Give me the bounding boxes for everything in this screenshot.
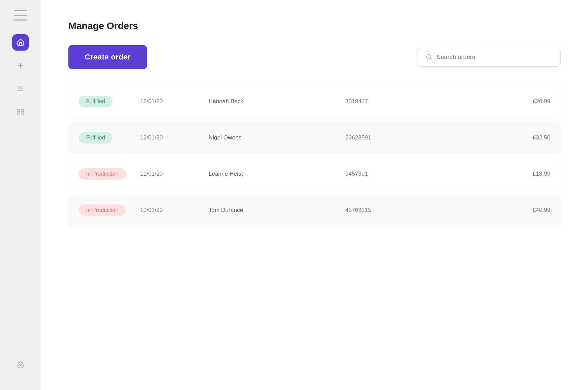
main-content: Manage Orders Create order Fulfilled 12/…: [41, 0, 588, 390]
order-status-cell: In Production: [79, 204, 140, 216]
order-status-cell: In Production: [79, 168, 140, 180]
order-date: 12/01/20: [140, 98, 209, 105]
order-status-cell: Fulfilled: [79, 96, 140, 107]
sidebar-nav: [12, 34, 29, 380]
menu-icon[interactable]: [14, 10, 27, 21]
sidebar-item-home[interactable]: [12, 34, 29, 51]
order-row[interactable]: In Production 10/01/20 Tom Durance 45763…: [68, 195, 561, 226]
order-row[interactable]: Fulfilled 12/01/20 Hannah Beck 3019457 £…: [68, 86, 561, 117]
top-bar: Create order: [68, 45, 561, 69]
order-row[interactable]: In Production 11/01/20 Leanne Heist 9457…: [68, 159, 561, 189]
order-name: Nigel Owens: [209, 134, 345, 141]
order-price: £32.50: [482, 134, 550, 141]
order-price: £26.99: [482, 98, 550, 105]
svg-rect-9: [21, 109, 23, 111]
order-name: Leanne Heist: [209, 171, 345, 177]
gear-icon: [17, 361, 24, 368]
order-name: Tom Durance: [209, 207, 345, 214]
svg-line-14: [430, 58, 432, 60]
order-price: £18.99: [482, 171, 550, 177]
status-badge: In Production: [79, 204, 126, 216]
order-row[interactable]: Fulfilled 12/01/20 Nigel Owens 23628891 …: [68, 122, 561, 153]
sidebar-item-dashboard[interactable]: [12, 104, 29, 120]
sidebar: [0, 0, 41, 390]
order-id: 3019457: [345, 98, 482, 105]
order-id: 23628891: [345, 134, 482, 141]
sidebar-item-add[interactable]: [12, 57, 29, 74]
settings-button[interactable]: [12, 357, 29, 373]
orders-list: Fulfilled 12/01/20 Hannah Beck 3019457 £…: [68, 86, 561, 231]
order-price: £40.99: [482, 207, 550, 214]
order-date: 12/01/20: [140, 134, 209, 141]
status-badge: Fulfilled: [79, 132, 112, 144]
sliders-icon: [17, 85, 24, 93]
order-date: 10/01/20: [140, 207, 209, 214]
home-icon: [17, 39, 24, 46]
svg-point-5: [19, 86, 20, 88]
status-badge: In Production: [79, 168, 126, 180]
svg-point-12: [19, 364, 22, 366]
order-date: 11/01/20: [140, 171, 209, 177]
order-name: Hannah Beck: [209, 98, 345, 105]
create-order-button[interactable]: Create order: [68, 45, 147, 69]
svg-rect-10: [18, 113, 20, 115]
order-id: 45763115: [345, 207, 482, 214]
svg-point-7: [19, 90, 20, 92]
search-box: [417, 48, 561, 67]
search-icon: [426, 54, 432, 60]
plus-icon: [17, 62, 24, 69]
svg-rect-11: [21, 113, 23, 115]
svg-point-6: [21, 88, 22, 90]
page-title: Manage Orders: [68, 21, 561, 31]
order-id: 9457301: [345, 171, 482, 177]
sidebar-item-filters[interactable]: [12, 81, 29, 97]
svg-rect-8: [18, 109, 20, 111]
dashboard-icon: [17, 108, 24, 116]
order-status-cell: Fulfilled: [79, 132, 140, 144]
search-input[interactable]: [437, 54, 552, 61]
status-badge: Fulfilled: [79, 96, 112, 107]
